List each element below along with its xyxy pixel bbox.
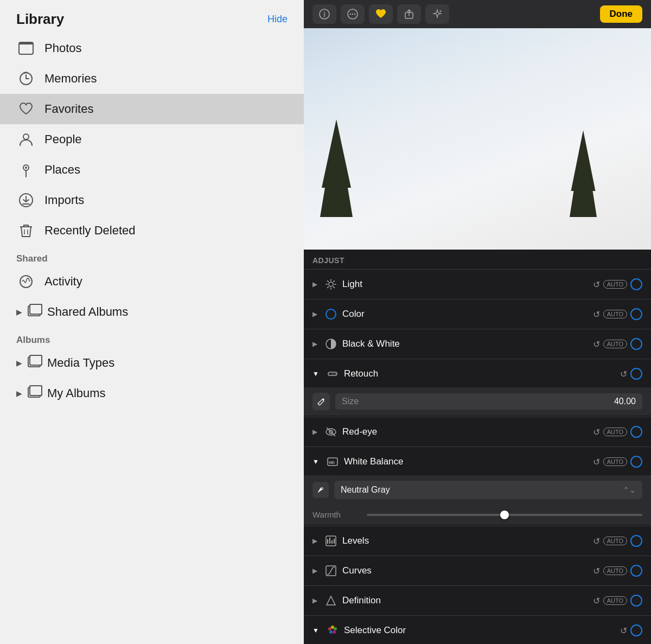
sidebar-item-shared-albums[interactable]: ▶ Shared Albums — [0, 297, 304, 327]
favorites-icon — [16, 99, 36, 119]
light-auto-badge[interactable]: AUTO — [603, 280, 627, 289]
retouch-size-row: Size 40.00 — [304, 387, 651, 416]
svg-rect-51 — [329, 538, 330, 544]
definition-auto-badge[interactable]: AUTO — [603, 596, 627, 605]
adjust-row-definition[interactable]: ▶ Definition ↺ AUTO — [304, 587, 651, 614]
shared-albums-icon — [27, 302, 43, 322]
bw-reset-icon[interactable]: ↺ — [593, 339, 600, 349]
adjust-panel: ADJUST ▶ Light ↺ A — [304, 250, 651, 644]
toolbar-buttons — [312, 4, 449, 24]
adjust-row-red-eye[interactable]: ▶ Red-eye ↺ AUTO — [304, 418, 651, 445]
light-label: Light — [342, 279, 589, 290]
bw-auto-badge[interactable]: AUTO — [603, 340, 627, 348]
curves-icon — [324, 564, 338, 578]
wb-mode-select[interactable]: Neutral Gray ⌃⌄ — [334, 481, 642, 499]
done-button[interactable]: Done — [600, 5, 643, 23]
retouch-toggle[interactable] — [630, 368, 642, 380]
info-button[interactable] — [312, 4, 336, 24]
light-toggle[interactable] — [630, 278, 642, 290]
curves-toggle[interactable] — [630, 565, 642, 577]
redeye-toggle[interactable] — [630, 426, 642, 438]
sidebar-item-recently-deleted[interactable]: Recently Deleted — [0, 215, 304, 246]
size-input[interactable]: Size 40.00 — [335, 393, 642, 410]
adjust-row-black-white[interactable]: ▶ Black & White ↺ AUTO — [304, 330, 651, 358]
share-button[interactable] — [397, 4, 421, 24]
color-auto-badge[interactable]: AUTO — [603, 310, 627, 318]
color-reset-icon[interactable]: ↺ — [593, 309, 600, 320]
adjust-row-selective-color[interactable]: ▼ Selective Color ↺ — [304, 617, 651, 644]
hide-button[interactable]: Hide — [267, 14, 288, 25]
retouch-icon — [326, 367, 340, 381]
light-reset-icon[interactable]: ↺ — [593, 279, 600, 290]
sidebar-item-people[interactable]: People — [0, 124, 304, 155]
levels-toggle[interactable] — [630, 535, 642, 547]
my-albums-label: My Albums — [47, 386, 106, 400]
white-balance-label: White Balance — [344, 456, 589, 467]
levels-auto-badge[interactable]: AUTO — [603, 537, 627, 545]
sidebar-item-favorites[interactable]: Favorites — [0, 94, 304, 124]
media-types-icon — [27, 353, 43, 373]
bw-toggle[interactable] — [630, 338, 642, 350]
adjust-row-levels[interactable]: ▶ Levels ↺ AUTO — [304, 527, 651, 554]
curves-auto-badge[interactable]: AUTO — [603, 566, 627, 575]
svg-point-3 — [23, 134, 29, 139]
redeye-reset-icon[interactable]: ↺ — [593, 427, 600, 437]
warmth-label: Warmth — [312, 510, 361, 519]
sidebar-item-my-albums[interactable]: ▶ My Albums — [0, 378, 304, 409]
warmth-thumb[interactable] — [500, 511, 509, 519]
sidebar-item-photos[interactable]: Photos — [0, 33, 304, 63]
sc-reset-icon[interactable]: ↺ — [620, 626, 627, 636]
sc-toggle[interactable] — [630, 624, 642, 636]
definition-label: Definition — [342, 595, 589, 606]
svg-point-38 — [326, 309, 336, 319]
magic-button[interactable] — [425, 4, 449, 24]
sidebar-item-places[interactable]: Places — [0, 155, 304, 185]
expand-retouch-icon: ▼ — [312, 370, 319, 378]
divider — [304, 269, 651, 270]
retouch-pencil-button[interactable] — [312, 393, 330, 410]
sidebar-item-activity[interactable]: Activity — [0, 266, 304, 297]
adjust-row-curves[interactable]: ▶ Curves ↺ AUTO — [304, 557, 651, 584]
adjust-row-white-balance[interactable]: ▼ W B White Balance ↺ AUTO — [304, 448, 651, 475]
sidebar-item-media-types[interactable]: ▶ Media Types — [0, 348, 304, 378]
photos-icon — [16, 39, 36, 58]
white-balance-icon: W B — [326, 455, 340, 469]
svg-line-36 — [334, 281, 335, 282]
sidebar-item-memories[interactable]: Memories — [0, 63, 304, 94]
svg-line-34 — [328, 281, 329, 282]
curves-label: Curves — [342, 565, 589, 576]
wb-toggle[interactable] — [630, 456, 642, 468]
svg-rect-52 — [331, 540, 333, 544]
adjust-title: ADJUST — [304, 250, 651, 269]
right-panel: Done ADJUST ▶ Light — [304, 0, 651, 644]
svg-rect-19 — [30, 386, 42, 396]
retouch-reset-icon[interactable]: ↺ — [620, 369, 627, 379]
adjust-row-color[interactable]: ▶ Color ↺ AUTO — [304, 301, 651, 328]
levels-reset-icon[interactable]: ↺ — [593, 536, 600, 546]
more-button[interactable] — [341, 4, 365, 24]
svg-rect-50 — [327, 539, 328, 544]
definition-toggle[interactable] — [630, 595, 642, 607]
warmth-slider-row: Warmth — [304, 505, 651, 525]
color-toggle[interactable] — [630, 308, 642, 320]
wb-mode-row: Neutral Gray ⌃⌄ — [304, 475, 651, 505]
wb-reset-icon[interactable]: ↺ — [593, 457, 600, 467]
wb-eyedropper-button[interactable] — [312, 482, 329, 498]
wb-auto-badge[interactable]: AUTO — [603, 457, 627, 466]
favorite-button[interactable] — [369, 4, 393, 24]
warmth-slider[interactable] — [367, 514, 642, 516]
chevron-right-icon-3: ▶ — [16, 389, 22, 398]
adjust-row-retouch[interactable]: ▼ Retouch ↺ — [304, 360, 651, 387]
expand-light-icon: ▶ — [312, 280, 317, 288]
definition-reset-icon[interactable]: ↺ — [593, 596, 600, 606]
curves-reset-icon[interactable]: ↺ — [593, 566, 600, 576]
color-icon — [324, 307, 338, 321]
expand-sc-icon: ▼ — [312, 627, 319, 634]
redeye-auto-badge[interactable]: AUTO — [603, 428, 627, 436]
sc-controls: ↺ — [620, 624, 642, 636]
sidebar-item-imports[interactable]: Imports — [0, 185, 304, 215]
adjust-row-light[interactable]: ▶ Light ↺ AUTO — [304, 271, 651, 298]
expand-redeye-icon: ▶ — [312, 428, 317, 436]
snow-scene — [304, 0, 651, 250]
levels-icon — [324, 534, 338, 548]
